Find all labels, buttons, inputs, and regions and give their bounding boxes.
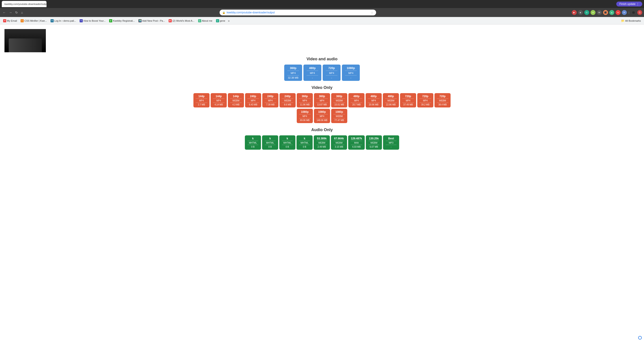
bookmark-wp-label: Log In ‹ demo.pali... — [54, 19, 76, 22]
video-only-btn-row2-0[interactable]: 1080pMP469.06 MB — [297, 109, 313, 123]
video-only-btn-row1-13[interactable]: 720pMP439.2 MB — [417, 93, 433, 107]
video-audio-btn-3[interactable]: 1080pMP4- — [342, 64, 360, 81]
extension-icon-6[interactable]: ⬛ — [603, 10, 608, 15]
bookmark-yt-favicon: ▶ — [168, 19, 172, 22]
bookmark-about-favicon: G — [198, 19, 201, 22]
finish-update-label: Finish update — [620, 2, 636, 5]
extension-icon-5[interactable]: W — [597, 10, 602, 15]
audio-only-buttons: kMHTML0 BkMHTML0 BkMHTML0 BkMHTML0 B53.3… — [188, 135, 456, 150]
refresh-button[interactable]: ↻ — [14, 10, 19, 15]
bookmark-wp-favicon: W — [50, 19, 54, 22]
tab-bar: kwebby.com/youtube-downloader/output Fin… — [0, 0, 644, 8]
bookmark-gene-favicon: G — [216, 19, 219, 22]
video-only-section: Video Only 144pMP42.7 MB144pMP44.14 MB14… — [188, 85, 456, 123]
bookmark-post-favicon: 🌍 — [138, 19, 142, 22]
video-only-btn-row1-1[interactable]: 144pMP44.14 MB — [211, 93, 227, 107]
bookmark-kwebby-reg[interactable]: ⊞ Kwebby Registrati... — [108, 18, 136, 23]
video-only-buttons-row2: 1080pMP469.06 MB1080pMP4148.06 MB1080pWE… — [188, 109, 456, 123]
audio-only-btn-2[interactable]: kMHTML0 B — [279, 135, 296, 150]
all-bookmarks-button[interactable]: 📁 All Bookmarks — [620, 18, 642, 23]
url-text: kwebby.com/youtube-downloader/output — [227, 11, 370, 14]
bookmark-youtube[interactable]: ▶ (2) World's Most A... — [167, 18, 196, 23]
extension-icon-7[interactable]: ▲ — [609, 10, 614, 15]
audio-only-btn-1[interactable]: kMHTML0 B — [262, 135, 278, 150]
extension-icon-8[interactable]: ♦ — [616, 10, 620, 15]
video-only-btn-row1-5[interactable]: 240pWEBM8.6 MB — [280, 93, 296, 107]
video-only-buttons-row1: 144pMP42.7 MB144pMP44.14 MB144pWEBM4.3 M… — [188, 93, 456, 107]
video-only-btn-row1-3[interactable]: 240pMP46.43 MB — [245, 93, 261, 107]
extension-icon-9[interactable]: ✉ — [622, 10, 627, 15]
video-only-btn-row1-4[interactable]: 240pMP47.39 MB — [262, 93, 278, 107]
bookmark-boost-favicon: B — [80, 19, 83, 22]
bookmark-email-favicon: ✉ — [3, 19, 6, 22]
audio-only-btn-7[interactable]: 130.25kWEBM6.07 MB — [366, 135, 382, 150]
bookmark-post-label: Add New Post ‹ Pa... — [142, 19, 165, 22]
video-only-btn-row1-10[interactable]: 480pMP420.96 MB — [366, 93, 382, 107]
bookmark-add-post[interactable]: 🌍 Add New Post ‹ Pa... — [137, 18, 166, 23]
extension-icon-3[interactable]: G — [584, 10, 589, 15]
video-only-title: Video Only — [188, 85, 456, 90]
video-only-btn-row1-11[interactable]: 480pWEBM22.86 MB — [383, 93, 399, 107]
video-only-btn-row1-8[interactable]: 360pWEBM15.01 MB — [331, 93, 347, 107]
extension-icon-4[interactable]: ● — [590, 10, 596, 15]
audio-only-btn-0[interactable]: kMHTML0 B — [245, 135, 261, 150]
active-tab[interactable]: kwebby.com/youtube-downloader/output — [2, 1, 46, 7]
video-audio-btn-1[interactable]: 480pMP4- — [304, 64, 321, 81]
video-only-btn-row1-0[interactable]: 144pMP42.7 MB — [194, 93, 210, 107]
video-audio-btn-0[interactable]: 360pMP432.38 MB — [284, 64, 302, 81]
video-only-btn-row1-6[interactable]: 360pMP411.96 MB — [297, 93, 313, 107]
bookmark-css-favicon: C — [20, 19, 24, 22]
browser-chrome: kwebby.com/youtube-downloader/output Fin… — [0, 0, 644, 24]
finish-update-icon: ⋮ — [636, 2, 639, 5]
page-content: Video and audio 360pMP432.38 MB480pMP4-7… — [0, 24, 644, 181]
audio-only-btn-6[interactable]: 129.487kM4A6.03 MB — [348, 135, 365, 150]
audio-only-btn-5[interactable]: 67.664kWEBM3.15 MB — [331, 135, 347, 150]
bookmark-wordpress[interactable]: W Log In ‹ demo.pali... — [49, 18, 77, 23]
address-bar-row: ← → ↻ ⌂ 🔒 kwebby.com/youtube-downloader/… — [0, 8, 644, 17]
bookmark-email[interactable]: ✉ My Email — [2, 18, 18, 23]
extension-icon-1[interactable]: ▶ — [572, 10, 577, 15]
address-bar[interactable]: 🔒 kwebby.com/youtube-downloader/output ☆ — [220, 9, 376, 15]
bookmark-kwebby-label: Kwebby Registrati... — [113, 19, 135, 22]
video-audio-title: Video and audio — [188, 57, 456, 61]
finish-update-button[interactable]: Finish update ⋮ — [616, 1, 642, 6]
all-bookmarks-label: All Bookmarks — [625, 19, 641, 22]
video-audio-buttons: 360pMP432.38 MB480pMP4-720pMP4-1080pMP4- — [188, 64, 456, 81]
audio-only-btn-3[interactable]: kMHTML0 B — [296, 135, 312, 150]
video-audio-btn-2[interactable]: 720pMP4- — [323, 64, 340, 81]
bookmark-gene[interactable]: G gene — [215, 18, 226, 23]
divider-icon: | — [628, 11, 629, 14]
star-icon[interactable]: ☆ — [371, 11, 374, 14]
video-only-btn-row1-2[interactable]: 144pWEBM4.3 MB — [228, 93, 244, 107]
audio-only-btn-4[interactable]: 53.389kWEBM2.49 MB — [314, 135, 330, 150]
video-only-btn-row2-2[interactable]: 1080pWEBM77.47 MB — [331, 109, 347, 123]
bookmark-yt-label: (2) World's Most A... — [172, 19, 194, 22]
bookmark-about-me[interactable]: G About me — [197, 18, 214, 23]
cast-icon[interactable]: ⊟ — [631, 10, 636, 15]
profile-avatar[interactable]: G — [637, 10, 642, 15]
lock-icon: 🔒 — [222, 11, 226, 14]
back-button[interactable]: ← — [2, 10, 7, 15]
video-only-btn-row2-1[interactable]: 1080pMP4148.06 MB — [314, 109, 330, 123]
forward-button[interactable]: → — [8, 10, 13, 15]
more-bookmarks-icon[interactable]: » — [228, 19, 230, 22]
bookmark-kwebby-favicon: ⊞ — [109, 19, 112, 22]
video-only-btn-row1-12[interactable]: 720pMP437.49 MB — [400, 93, 416, 107]
audio-only-section: Audio Only kMHTML0 BkMHTML0 BkMHTML0 BkM… — [188, 128, 456, 150]
bookmark-css-minifier[interactable]: C CSS Minifier | Kwe... — [19, 18, 48, 23]
home-button[interactable]: ⌂ — [20, 10, 24, 15]
video-audio-section: Video and audio 360pMP432.38 MB480pMP4-7… — [188, 57, 456, 81]
video-only-btn-row1-9[interactable]: 480pMP420.7 MB — [348, 93, 364, 107]
bookmarks-folder-icon: 📁 — [621, 19, 624, 22]
bookmark-about-label: About me — [202, 19, 212, 22]
tab-label: kwebby.com/youtube-downloader/output — [4, 3, 46, 5]
bookmark-email-label: My Email — [7, 19, 17, 22]
audio-only-btn-8[interactable]: BestMP3- — [383, 135, 399, 150]
bookmark-boost-label: How to Boost Your... — [84, 19, 106, 22]
video-only-btn-row1-14[interactable]: 720pWEBM38.4 MB — [434, 93, 450, 107]
video-only-btn-row1-7[interactable]: 360pMP413.87 MB — [314, 93, 330, 107]
bookmark-how-to-boost[interactable]: B How to Boost Your... — [78, 18, 107, 23]
audio-only-title: Audio Only — [188, 128, 456, 132]
extension-icon-2[interactable]: ◈ — [578, 10, 583, 15]
bookmarks-bar: ✉ My Email C CSS Minifier | Kwe... W Log… — [0, 17, 644, 24]
